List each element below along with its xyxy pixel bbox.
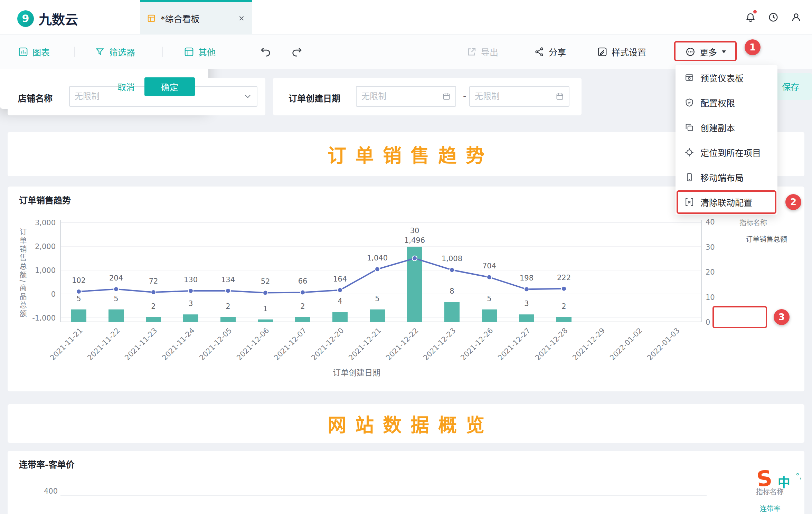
other-button-label: 其他 (198, 46, 216, 58)
confirm-button[interactable]: 确定 (144, 77, 195, 96)
right-tick-label: 20 (706, 268, 715, 276)
date-end-field[interactable] (469, 86, 569, 107)
trend-point[interactable] (487, 275, 492, 279)
x-tick-label: 2021-12-05 (198, 326, 233, 362)
undo-button[interactable] (260, 35, 272, 69)
trend-bar[interactable] (519, 314, 534, 322)
filter-button[interactable]: 筛选器 (95, 35, 135, 69)
tab-dashboard[interactable]: *综合看板 (140, 0, 252, 35)
other-button[interactable]: 其他 (184, 35, 216, 69)
topbar: 9 九数云 *综合看板 (0, 0, 812, 35)
mobile-phone-icon (684, 172, 694, 182)
more-button[interactable]: 更多 (685, 35, 727, 69)
export-button[interactable]: 导出 (466, 35, 498, 69)
menu-item-locate-project[interactable]: 定位到所在项目 (676, 140, 777, 165)
menu-item-label: 配置权限 (700, 96, 735, 109)
bottom-y-tick: 400 (28, 487, 58, 495)
trend-bar[interactable] (108, 310, 124, 322)
trend-point[interactable] (412, 256, 417, 261)
trend-point[interactable] (375, 267, 380, 272)
menu-item-configure-permissions[interactable]: 配置权限 (676, 90, 777, 115)
trend-bar[interactable] (556, 317, 572, 322)
line-value-label: 164 (333, 275, 347, 283)
bar-value-label: 3 (188, 299, 193, 308)
date-end-input[interactable] (475, 92, 556, 101)
trend-bar[interactable] (220, 317, 236, 322)
toolbar-separator (74, 47, 75, 57)
locate-target-icon (684, 147, 694, 157)
date-start-input[interactable] (361, 92, 442, 101)
trend-point[interactable] (300, 290, 305, 295)
menu-item-clear-linkage[interactable]: 清除联动配置 (676, 190, 777, 215)
x-tick-label: 2021-12-06 (235, 326, 271, 362)
trend-bar[interactable] (146, 317, 161, 322)
y-tick-label: 1,000 (35, 266, 56, 275)
x-tick-label: 2021-11-24 (160, 326, 196, 362)
trend-chart-canvas[interactable]: 3,0002,0001,0000-1,0000102030402021-11-2… (8, 187, 804, 391)
line-value-label: 204 (109, 274, 123, 282)
trend-point[interactable] (450, 267, 454, 272)
trend-bar[interactable] (370, 310, 385, 322)
bar-value-label: 30 (410, 227, 419, 235)
menu-item-label: 预览仪表板 (700, 72, 744, 84)
trend-point[interactable] (188, 288, 193, 293)
history-clock-icon[interactable] (768, 12, 779, 23)
line-value-label: 1,496 (404, 236, 425, 245)
trend-bar[interactable] (482, 310, 497, 322)
line-value-label: 52 (261, 277, 270, 286)
y-tick-label: 3,000 (35, 219, 56, 227)
calendar-icon (556, 92, 564, 101)
cancel-button[interactable]: 取消 (111, 77, 141, 96)
trend-point[interactable] (561, 286, 566, 291)
charts-button[interactable]: 图表 (18, 35, 50, 69)
trend-point[interactable] (76, 289, 81, 294)
style-settings-button[interactable]: 样式设置 (597, 35, 646, 69)
tab-close-icon[interactable] (238, 15, 245, 22)
chart-icon (18, 47, 28, 57)
module-icon (184, 47, 194, 57)
line-value-label: 704 (482, 262, 496, 270)
trend-point[interactable] (226, 288, 230, 293)
trend-bar[interactable] (444, 302, 460, 322)
trend-bar[interactable] (71, 310, 86, 322)
x-tick-label: 2021-11-21 (48, 326, 84, 362)
calendar-icon (442, 92, 451, 101)
legend-item[interactable]: 订单销售总额 (746, 235, 787, 244)
user-account-icon[interactable] (791, 12, 802, 23)
x-axis-title: 订单创建日期 (287, 366, 426, 378)
trend-point[interactable] (263, 290, 268, 295)
x-tick-label: 2021-11-22 (86, 326, 121, 362)
section-title-overview: 网站数据概览 (319, 410, 493, 437)
trend-bar[interactable] (332, 312, 348, 322)
date-start-field[interactable] (356, 86, 456, 107)
menu-item-preview-dashboard[interactable]: 预览仪表板 (676, 65, 777, 90)
share-button[interactable]: 分享 (534, 35, 566, 69)
bottom-legend-item[interactable]: 连带率 (760, 503, 781, 513)
trend-point[interactable] (338, 288, 342, 293)
style-settings-button-label: 样式设置 (612, 46, 646, 58)
app-logo[interactable]: 9 九数云 (17, 9, 78, 28)
menu-item-create-copy[interactable]: 创建副本 (676, 115, 777, 140)
save-button-label: 保存 (782, 80, 799, 93)
menu-item-label: 移动端布局 (700, 171, 744, 183)
x-tick-label: 2021-12-20 (310, 326, 345, 362)
trend-point[interactable] (524, 287, 529, 292)
tab-title: *综合看板 (161, 12, 233, 25)
line-value-label: 134 (221, 276, 235, 284)
section-title-trend: 订单销售趋势 (319, 141, 493, 168)
ime-indicator: S 中 °, (757, 469, 802, 491)
annotation-step-3: 3 (774, 309, 790, 325)
menu-item-mobile-layout[interactable]: 移动端布局 (676, 165, 777, 190)
more-ellipsis-icon (685, 47, 696, 57)
export-icon (466, 47, 477, 57)
clear-linkage-icon (684, 197, 694, 207)
share-button-label: 分享 (549, 46, 566, 58)
redo-button[interactable] (291, 35, 303, 69)
bottom-chart-card: 连带率-客单价 400 指标名称 连带率 (8, 451, 804, 514)
trend-point[interactable] (151, 290, 156, 295)
bar-value-label: 1 (263, 305, 267, 313)
trend-bar[interactable] (183, 314, 198, 322)
trend-bar[interactable] (258, 320, 273, 322)
trend-point[interactable] (114, 287, 119, 292)
trend-bar[interactable] (295, 317, 310, 322)
